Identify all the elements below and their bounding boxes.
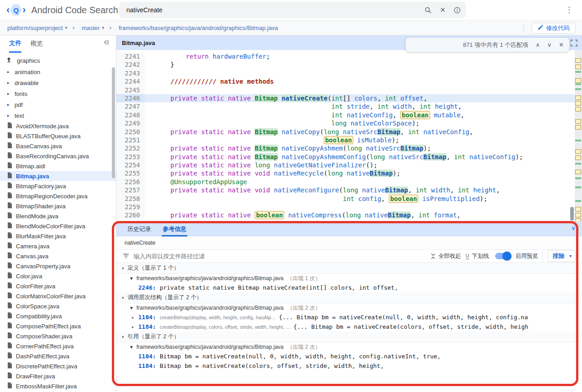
line-number[interactable]: 2242 [116, 60, 145, 69]
tree-file-DiscretePathEffect.java[interactable]: DiscretePathEffect.java [0, 361, 116, 371]
tree-root-graphics[interactable]: graphics [0, 55, 116, 66]
reference-row[interactable]: 2246:private static native Bitmap native… [116, 283, 582, 292]
tree-file-BaseRecordingCanvas.java[interactable]: BaseRecordingCanvas.java [0, 151, 116, 161]
reference-row[interactable]: 1184:Bitmap bm = nativeCreate(colors, of… [116, 361, 582, 371]
tree-file-BitmapShader.java[interactable]: BitmapShader.java [0, 201, 116, 211]
line-number[interactable]: 2248 [116, 111, 145, 119]
line-number[interactable]: 2243 [116, 69, 145, 77]
reference-row[interactable]: ▸1184:createBitmap(display, colors, offs… [116, 322, 582, 332]
tree-folder-pdf[interactable]: ▸pdf [0, 99, 116, 110]
tree-file-CornerPathEffect.java[interactable]: CornerPathEffect.java [0, 341, 116, 351]
edit-code-button[interactable]: 修改代码 [532, 23, 576, 34]
line-number[interactable]: 2260 [116, 211, 145, 219]
tree-file-BlendMode.java[interactable]: BlendMode.java [0, 211, 116, 221]
tree-file-Bitmap.aidl[interactable]: Bitmap.aidl [0, 161, 116, 171]
tree-file-BitmapFactory.java[interactable]: BitmapFactory.java [0, 181, 116, 191]
line-number-link[interactable]: 2246: [138, 284, 156, 291]
line-number-link[interactable]: 1104: [138, 314, 156, 321]
app-logo[interactable]: ‹ Q › [6, 4, 26, 16]
line-number[interactable]: 2254 [116, 161, 145, 169]
reference-row[interactable]: 1104:Bitmap bm = nativeCreate(null, 0, w… [116, 352, 582, 361]
tree-file-Canvas.java[interactable]: Canvas.java [0, 251, 116, 261]
tree-file-ColorMatrixColorFilter.java[interactable]: ColorMatrixColorFilter.java [0, 291, 116, 301]
tree-file-EmbossMaskFilter.java[interactable]: EmbossMaskFilter.java [0, 381, 116, 391]
tab-files[interactable]: 文件 [9, 35, 21, 53]
line-number[interactable]: 2259 [116, 203, 145, 211]
close-match-bar-icon[interactable]: ✕ [559, 41, 564, 48]
code-token: , [450, 186, 458, 194]
sidebar-scrollbar[interactable] [112, 67, 115, 178]
code-token: ( [339, 186, 343, 194]
tree-file-Bitmap.java[interactable]: Bitmap.java [0, 171, 116, 181]
line-number[interactable]: 2252 [116, 144, 145, 152]
line-number[interactable]: 2249 [116, 119, 145, 127]
line-number-link[interactable]: 1104: [138, 353, 156, 360]
tree-file-ComposePathEffect.java[interactable]: ComposePathEffect.java [0, 321, 116, 331]
line-number[interactable]: 2256 [116, 178, 145, 186]
line-number[interactable]: 2257 [116, 186, 145, 194]
line-number-link[interactable]: 1184: [138, 362, 156, 369]
underline-button[interactable]: U 下划线 [466, 252, 489, 260]
info-icon[interactable] [454, 7, 461, 14]
more-options-icon[interactable]: ⋮ [565, 5, 573, 15]
line-number[interactable]: 2251 [116, 136, 145, 144]
tab-references[interactable]: 参考信息 [162, 221, 187, 236]
path-filter-input[interactable] [134, 253, 426, 260]
tree-file-BitmapRegionDecoder.java[interactable]: BitmapRegionDecoder.java [0, 191, 116, 201]
code-scrollbar[interactable] [570, 207, 574, 221]
tree-folder-animation[interactable]: ▸animation [0, 66, 116, 77]
tab-overview[interactable]: 概览 [30, 35, 43, 52]
collapse-sidebar-icon[interactable] [103, 39, 110, 47]
tree-file-Color.java[interactable]: Color.java [0, 271, 116, 281]
line-number[interactable]: 2244 [116, 77, 145, 85]
line-number[interactable]: 2255 [116, 169, 145, 177]
line-number[interactable]: 2241 [116, 52, 145, 60]
tree-file-ColorFilter.java[interactable]: ColorFilter.java [0, 281, 116, 291]
tree-file-BLASTBufferQueue.java[interactable]: BLASTBufferQueue.java [0, 131, 116, 141]
line-number[interactable]: 2245 [116, 86, 145, 94]
section-file-row[interactable]: ▾frameworks/base/graphics/java/android/g… [116, 303, 582, 312]
tree-file-DashPathEffect.java[interactable]: DashPathEffect.java [0, 351, 116, 361]
breadcrumb-path[interactable]: frameworks/base/graphics/java/android/gr… [119, 25, 278, 31]
tab-history[interactable]: 历史记录 [126, 221, 152, 236]
section-header[interactable]: ▾调用层次结构（显示了 2 个） [116, 292, 582, 303]
line-number[interactable]: 2258 [116, 195, 145, 203]
line-number-link[interactable]: 1184: [138, 323, 156, 330]
tree-folder-text[interactable]: ▸text [0, 110, 116, 121]
section-header[interactable]: ▾定义（显示了 1 个） [116, 263, 582, 274]
collapse-all-button[interactable]: 全部收起 [431, 252, 461, 260]
exclude-dropdown-button[interactable]: 排除 ▾ [547, 250, 576, 262]
section-file-row[interactable]: ▾frameworks/base/graphics/java/android/g… [116, 274, 582, 283]
enable-preview-toggle[interactable]: 启用预览 [493, 252, 538, 260]
line-number[interactable]: 2253 [116, 153, 145, 161]
search-input[interactable] [126, 6, 416, 14]
tree-file-AvoidXfermode.java[interactable]: AvoidXfermode.java [0, 121, 116, 131]
previous-match-icon[interactable]: ∧ [536, 41, 540, 48]
tree-folder-drawable[interactable]: ▸drawable [0, 77, 116, 88]
breadcrumb-branch[interactable]: master [82, 25, 100, 31]
tree-file-Camera.java[interactable]: Camera.java [0, 241, 116, 251]
tree-file-ColorSpace.java[interactable]: ColorSpace.java [0, 301, 116, 311]
tree-folder-fonts[interactable]: ▸fonts [0, 88, 116, 99]
tree-file-Compatibility.java[interactable]: Compatibility.java [0, 311, 116, 321]
line-number[interactable]: 2246 [116, 94, 145, 102]
breadcrumb-repo[interactable]: platform/superproject [7, 25, 63, 31]
tree-file-ComposeShader.java[interactable]: ComposeShader.java [0, 331, 116, 341]
reference-row[interactable]: ▸1104:createBitmap(display, width, heigh… [116, 312, 582, 322]
search-box[interactable]: ✕ [119, 2, 466, 18]
section-file-row[interactable]: ▾frameworks/base/graphics/java/android/g… [116, 342, 582, 352]
toggle-switch[interactable] [495, 253, 511, 259]
next-match-icon[interactable]: ∨ [547, 41, 552, 48]
search-icon[interactable] [425, 7, 431, 14]
tree-file-CanvasProperty.java[interactable]: CanvasProperty.java [0, 261, 116, 271]
section-header[interactable]: ▾引用（显示了 2 个） [116, 332, 582, 342]
collapse-panel-icon[interactable]: ∨ [571, 225, 576, 231]
tree-file-BaseCanvas.java[interactable]: BaseCanvas.java [0, 141, 116, 151]
tree-file-BlurMaskFilter.java[interactable]: BlurMaskFilter.java [0, 231, 116, 241]
fullscreen-icon[interactable] [571, 40, 577, 46]
line-number[interactable]: 2247 [116, 102, 145, 111]
clear-search-icon[interactable]: ✕ [440, 6, 446, 14]
line-number[interactable]: 2250 [116, 128, 145, 136]
tree-file-DrawFilter.java[interactable]: DrawFilter.java [0, 371, 116, 381]
tree-file-BlendModeColorFilter.java[interactable]: BlendModeColorFilter.java [0, 221, 116, 231]
